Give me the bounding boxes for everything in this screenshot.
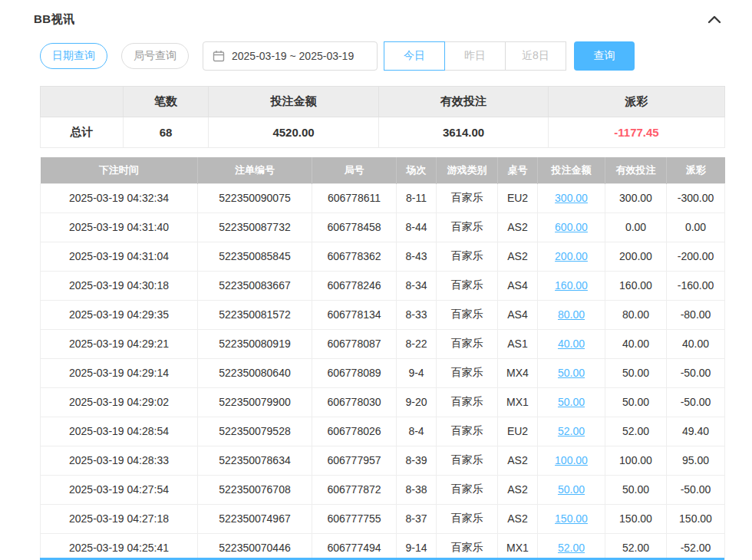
- bet-amount-link[interactable]: 160.00: [555, 279, 588, 292]
- table-row: 2025-03-19 04:27:18522350074967606777755…: [41, 504, 725, 533]
- date-query-button[interactable]: 日期查询: [40, 43, 107, 69]
- cell-valid-bet: 52.00: [605, 417, 667, 446]
- cell-valid-bet: 300.00: [605, 183, 667, 212]
- cell-bet-amount: 50.00: [538, 387, 605, 417]
- cell-game-type: 百家乐: [437, 329, 498, 358]
- cell-payout: 150.00: [667, 504, 725, 533]
- date-range-input[interactable]: 2025-03-19 ~ 2025-03-19: [203, 41, 378, 71]
- quick-range-group: 今日 昨日 近8日: [384, 41, 566, 71]
- cell-bet-id: 522350087732: [198, 212, 312, 242]
- cell-session: 8-11: [397, 183, 437, 212]
- cell-valid-bet: 0.00: [605, 212, 667, 242]
- cell-session: 8-37: [397, 504, 437, 533]
- cell-round-id: 606777494: [312, 533, 397, 560]
- cell-table-no: MX1: [498, 387, 538, 417]
- cell-game-type: 百家乐: [437, 242, 498, 271]
- bet-amount-link[interactable]: 150.00: [555, 512, 588, 525]
- cell-payout: -52.00: [667, 533, 725, 560]
- cell-bet-amount: 100.00: [538, 446, 605, 475]
- today-button[interactable]: 今日: [384, 41, 445, 71]
- cell-bet-id: 522350090075: [198, 183, 312, 212]
- last-8-days-button[interactable]: 近8日: [505, 41, 566, 71]
- cell-game-type: 百家乐: [437, 387, 498, 417]
- col-header-table-no: 桌号: [498, 157, 538, 183]
- col-header-valid-bet: 有效投注: [605, 157, 667, 183]
- bet-amount-link[interactable]: 100.00: [555, 454, 588, 466]
- cell-session: 8-33: [397, 300, 437, 329]
- cell-bet-id: 522350076708: [198, 475, 312, 504]
- col-header-game-type: 游戏类别: [437, 157, 498, 183]
- yesterday-button[interactable]: 昨日: [444, 41, 506, 71]
- cell-table-no: AS4: [498, 300, 538, 329]
- cell-session: 8-44: [397, 212, 437, 242]
- search-button[interactable]: 查询: [574, 41, 635, 71]
- cell-session: 8-34: [397, 271, 437, 300]
- bet-amount-link[interactable]: 600.00: [555, 221, 588, 233]
- cell-payout: -160.00: [667, 271, 725, 300]
- cell-bet-id: 522350080919: [198, 329, 312, 358]
- col-header-session: 场次: [397, 157, 437, 183]
- cell-valid-bet: 200.00: [605, 242, 667, 271]
- cell-round-id: 606778611: [312, 183, 397, 212]
- col-header-bet-id: 注单编号: [198, 157, 312, 183]
- cell-game-type: 百家乐: [437, 300, 498, 329]
- table-row: 2025-03-19 04:25:41522350070446606777494…: [41, 533, 725, 560]
- cell-payout: 49.40: [667, 417, 725, 446]
- cell-time: 2025-03-19 04:30:18: [41, 271, 198, 300]
- records-body: 2025-03-19 04:32:34522350090075606778611…: [41, 183, 725, 560]
- bet-amount-link[interactable]: 52.00: [558, 425, 585, 437]
- bet-amount-link[interactable]: 300.00: [555, 192, 588, 204]
- cell-table-no: AS2: [498, 212, 538, 242]
- cell-valid-bet: 50.00: [605, 358, 667, 387]
- cell-game-type: 百家乐: [437, 358, 498, 387]
- cell-time: 2025-03-19 04:28:54: [41, 417, 198, 446]
- cell-round-id: 606778134: [312, 300, 397, 329]
- bet-amount-link[interactable]: 40.00: [558, 338, 585, 350]
- summary-header-blank: [41, 87, 124, 117]
- cell-time: 2025-03-19 04:27:54: [41, 475, 198, 504]
- page-title: BB视讯: [34, 12, 75, 27]
- cell-round-id: 606778458: [312, 212, 397, 242]
- summary-header-count: 笔数: [124, 87, 209, 117]
- bet-amount-link[interactable]: 50.00: [558, 483, 585, 496]
- records-table: 下注时间 注单编号 局号 场次 游戏类别 桌号 投注金额 有效投注 派彩 202…: [40, 157, 725, 560]
- bet-amount-link[interactable]: 52.00: [558, 542, 585, 554]
- table-row: 2025-03-19 04:27:54522350076708606777872…: [41, 475, 725, 504]
- cell-bet-id: 522350080640: [198, 358, 312, 387]
- cell-bet-id: 522350070446: [198, 533, 312, 560]
- cell-time: 2025-03-19 04:31:04: [41, 242, 198, 271]
- cell-round-id: 606777755: [312, 504, 397, 533]
- bet-amount-link[interactable]: 200.00: [555, 250, 588, 262]
- bet-amount-link[interactable]: 50.00: [558, 396, 585, 408]
- table-row: 2025-03-19 04:31:04522350085845606778362…: [41, 242, 725, 271]
- col-header-time: 下注时间: [41, 157, 198, 183]
- summary-payout-value: -1177.45: [549, 117, 725, 148]
- table-row: 2025-03-19 04:32:34522350090075606778611…: [41, 183, 725, 212]
- bet-amount-link[interactable]: 50.00: [558, 367, 585, 379]
- page: BB视讯 日期查询 局号查询 2025-03-19 ~ 2025-03-19 今…: [0, 0, 752, 560]
- cell-round-id: 606778362: [312, 242, 397, 271]
- summary-count-value: 68: [124, 117, 209, 148]
- collapse-button[interactable]: [704, 13, 724, 25]
- table-row: 2025-03-19 04:31:40522350087732606778458…: [41, 212, 725, 242]
- cell-session: 9-4: [397, 358, 437, 387]
- cell-time: 2025-03-19 04:29:35: [41, 300, 198, 329]
- cell-bet-amount: 52.00: [538, 417, 605, 446]
- bet-amount-link[interactable]: 80.00: [558, 308, 585, 321]
- cell-bet-id: 522350085845: [198, 242, 312, 271]
- cell-payout: -50.00: [667, 475, 725, 504]
- col-header-bet-amount: 投注金额: [538, 157, 605, 183]
- round-query-button[interactable]: 局号查询: [121, 43, 189, 69]
- cell-session: 9-14: [397, 533, 437, 560]
- cell-payout: 0.00: [667, 212, 725, 242]
- cell-session: 8-39: [397, 446, 437, 475]
- cell-valid-bet: 50.00: [605, 387, 667, 417]
- table-row: 2025-03-19 04:29:35522350081572606778134…: [41, 300, 725, 329]
- cell-session: 8-38: [397, 475, 437, 504]
- cell-game-type: 百家乐: [437, 475, 498, 504]
- cell-payout: -300.00: [667, 183, 725, 212]
- section-header: BB视讯: [34, 9, 724, 29]
- cell-table-no: AS4: [498, 271, 538, 300]
- cell-table-no: MX4: [498, 358, 538, 387]
- summary-header-row: 笔数 投注金额 有效投注 派彩: [41, 87, 725, 117]
